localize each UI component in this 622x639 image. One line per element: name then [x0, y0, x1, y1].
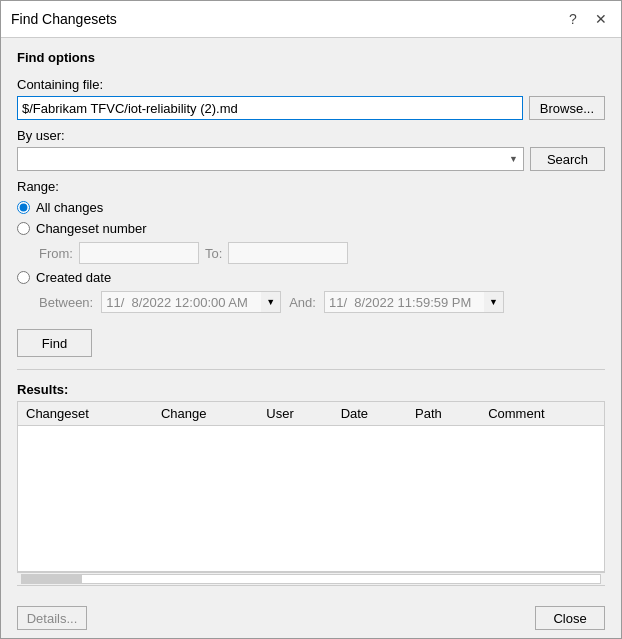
created-date-radio[interactable]	[17, 271, 30, 284]
title-bar: Find Changesets ? ✕	[1, 1, 621, 38]
results-table-container[interactable]: Changeset Change User Date Path Comment	[17, 401, 605, 572]
and-date-input[interactable]	[324, 291, 504, 313]
containing-file-group: Containing file: Browse...	[17, 77, 605, 120]
and-label: And:	[289, 295, 316, 310]
by-user-row: Search	[17, 147, 605, 171]
created-date-row: Created date	[17, 270, 605, 285]
help-button[interactable]: ?	[563, 9, 583, 29]
find-changesets-dialog: Find Changesets ? ✕ Find options Contain…	[0, 0, 622, 639]
dialog-title: Find Changesets	[11, 11, 117, 27]
changeset-number-row: Changeset number	[17, 221, 605, 236]
dialog-body: Find options Containing file: Browse... …	[1, 38, 621, 598]
and-date-picker-button[interactable]: ▼	[484, 291, 504, 313]
table-header-row: Changeset Change User Date Path Comment	[18, 402, 604, 426]
col-changeset: Changeset	[18, 402, 153, 426]
between-label: Between:	[39, 295, 93, 310]
scrollbar-track	[21, 574, 601, 584]
col-user: User	[258, 402, 332, 426]
find-options-label: Find options	[17, 50, 605, 65]
dialog-close-button[interactable]: ✕	[591, 9, 611, 29]
containing-file-row: Browse...	[17, 96, 605, 120]
find-button[interactable]: Find	[17, 329, 92, 357]
containing-file-label: Containing file:	[17, 77, 605, 92]
title-actions: ? ✕	[563, 9, 611, 29]
all-changes-label[interactable]: All changes	[36, 200, 103, 215]
by-user-label: By user:	[17, 128, 605, 143]
details-button[interactable]: Details...	[17, 606, 87, 630]
col-date: Date	[333, 402, 407, 426]
from-to-row: From: To:	[39, 242, 605, 264]
range-label: Range:	[17, 179, 605, 194]
results-section: Results: Changeset Change User Date Path…	[17, 382, 605, 586]
created-date-label[interactable]: Created date	[36, 270, 111, 285]
containing-file-input[interactable]	[17, 96, 523, 120]
divider	[17, 369, 605, 370]
range-section: Range: All changes Changeset number From…	[17, 179, 605, 313]
user-select[interactable]	[17, 147, 524, 171]
close-dialog-button[interactable]: Close	[535, 606, 605, 630]
from-input[interactable]	[79, 242, 199, 264]
horizontal-scrollbar[interactable]	[17, 572, 605, 586]
col-path: Path	[407, 402, 480, 426]
between-date-picker-button[interactable]: ▼	[261, 291, 281, 313]
search-button[interactable]: Search	[530, 147, 605, 171]
results-label: Results:	[17, 382, 605, 397]
user-select-wrapper	[17, 147, 524, 171]
by-user-group: By user: Search	[17, 128, 605, 171]
to-input[interactable]	[228, 242, 348, 264]
date-field-row: Between: ▼ And: ▼	[39, 291, 605, 313]
bottom-row: Details... Close	[1, 598, 621, 638]
changeset-number-label[interactable]: Changeset number	[36, 221, 147, 236]
all-changes-radio[interactable]	[17, 201, 30, 214]
and-date-wrapper: ▼	[324, 291, 504, 313]
all-changes-row: All changes	[17, 200, 605, 215]
col-change: Change	[153, 402, 258, 426]
between-date-input[interactable]	[101, 291, 281, 313]
col-comment: Comment	[480, 402, 604, 426]
find-btn-row: Find	[17, 329, 605, 357]
between-date-wrapper: ▼	[101, 291, 281, 313]
from-label: From:	[39, 246, 73, 261]
to-label: To:	[205, 246, 222, 261]
results-table: Changeset Change User Date Path Comment	[18, 402, 604, 426]
scrollbar-thumb	[22, 575, 82, 583]
changeset-number-radio[interactable]	[17, 222, 30, 235]
browse-button[interactable]: Browse...	[529, 96, 605, 120]
